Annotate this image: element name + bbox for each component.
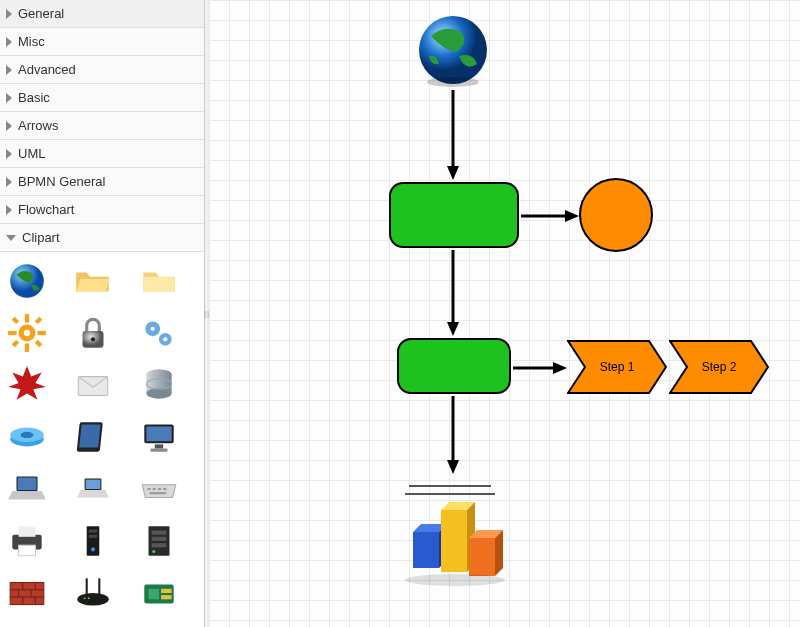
svg-rect-5 [38,331,46,335]
lock-icon[interactable] [72,312,114,354]
svg-marker-76 [565,210,579,222]
server-icon[interactable] [138,520,180,562]
svg-rect-9 [12,340,19,347]
firewall-icon[interactable] [6,572,48,614]
svg-marker-74 [447,166,459,180]
network-disc-icon[interactable] [6,416,48,458]
svg-point-25 [21,432,34,438]
canvas-globe-node[interactable] [413,10,493,90]
canvas-process-1[interactable] [389,182,519,248]
category-misc[interactable]: Misc [0,28,204,56]
tablet-icon[interactable] [72,416,114,458]
svg-rect-68 [149,589,160,600]
category-label: BPMN General [18,174,105,189]
category-label: Flowchart [18,202,74,217]
drive-card-icon[interactable] [138,572,180,614]
svg-rect-6 [12,317,19,324]
edge-arrow[interactable] [521,210,579,222]
edge-arrow[interactable] [447,90,459,180]
edge-arrow[interactable] [447,250,459,336]
tower-icon[interactable] [72,520,114,562]
envelope-icon[interactable] [72,364,114,406]
printer-icon[interactable] [6,520,48,562]
diagram-canvas[interactable]: Step 1 Step 2 [209,0,800,627]
chevron-right-icon [6,65,12,75]
chevron-right-icon [6,93,12,103]
svg-rect-55 [35,583,43,590]
gears-blue-icon[interactable] [138,312,180,354]
keyboard-icon[interactable] [138,468,180,510]
svg-rect-59 [10,597,23,604]
category-basic[interactable]: Basic [0,84,204,112]
database-icon[interactable] [138,364,180,406]
canvas-step-1[interactable]: Step 1 [567,340,667,394]
svg-rect-45 [89,529,97,532]
svg-rect-2 [25,314,29,322]
svg-rect-39 [163,488,166,490]
chevron-right-icon [6,205,12,215]
canvas-process-2[interactable] [397,338,511,394]
category-advanced[interactable]: Advanced [0,56,204,84]
svg-rect-8 [35,317,42,324]
svg-marker-93 [469,538,495,576]
category-clipart[interactable]: Clipart [0,224,204,252]
chevron-right-icon [6,121,12,131]
svg-rect-31 [151,449,168,452]
category-flowchart[interactable]: Flowchart [0,196,204,224]
category-label: Clipart [22,230,60,245]
edge-arrow[interactable] [513,362,567,374]
svg-marker-80 [553,362,567,374]
svg-rect-7 [35,340,42,347]
svg-marker-95 [495,530,503,576]
svg-rect-60 [23,597,36,604]
folder-open-icon[interactable] [72,260,114,302]
globe-icon[interactable] [6,260,48,302]
svg-rect-36 [147,488,150,490]
svg-rect-53 [10,583,23,590]
svg-point-12 [91,337,95,341]
svg-marker-84 [447,460,459,474]
svg-rect-57 [19,590,32,597]
category-arrows[interactable]: Arrows [0,112,204,140]
svg-marker-90 [441,510,467,572]
svg-rect-3 [25,344,29,352]
svg-rect-38 [158,488,161,490]
svg-rect-50 [152,537,167,541]
svg-rect-69 [161,589,172,593]
svg-rect-46 [89,535,97,538]
svg-rect-61 [35,597,43,604]
step-label: Step 2 [669,340,769,394]
svg-rect-56 [10,590,18,597]
svg-marker-17 [8,366,46,400]
svg-point-21 [146,388,171,399]
starburst-icon[interactable] [6,364,48,406]
canvas-step-2[interactable]: Step 2 [669,340,769,394]
edge-arrow[interactable] [447,396,459,474]
canvas-circle-node[interactable] [579,178,653,252]
svg-rect-33 [18,477,37,490]
router-icon[interactable] [72,572,114,614]
svg-point-52 [152,550,155,553]
laptop-small-icon[interactable] [72,468,114,510]
svg-rect-37 [153,488,156,490]
laptop-icon[interactable] [6,468,48,510]
canvas-bar-chart-node[interactable] [395,476,515,586]
svg-rect-58 [31,590,44,597]
category-bpmn-general[interactable]: BPMN General [0,168,204,196]
folder-icon[interactable] [138,260,180,302]
svg-rect-27 [79,424,100,447]
category-uml[interactable]: UML [0,140,204,168]
svg-marker-78 [447,322,459,336]
chevron-down-icon [6,235,16,241]
chevron-right-icon [6,177,12,187]
chevron-right-icon [6,149,12,159]
monitor-icon[interactable] [138,416,180,458]
svg-marker-87 [413,532,439,568]
gear-icon[interactable] [6,312,48,354]
shape-palette-sidebar: General Misc Advanced Basic Arrows UML B… [0,0,205,627]
svg-rect-30 [155,444,163,448]
category-label: Basic [18,90,50,105]
svg-point-66 [88,597,90,599]
category-general[interactable]: General [0,0,204,28]
svg-rect-51 [152,543,167,547]
